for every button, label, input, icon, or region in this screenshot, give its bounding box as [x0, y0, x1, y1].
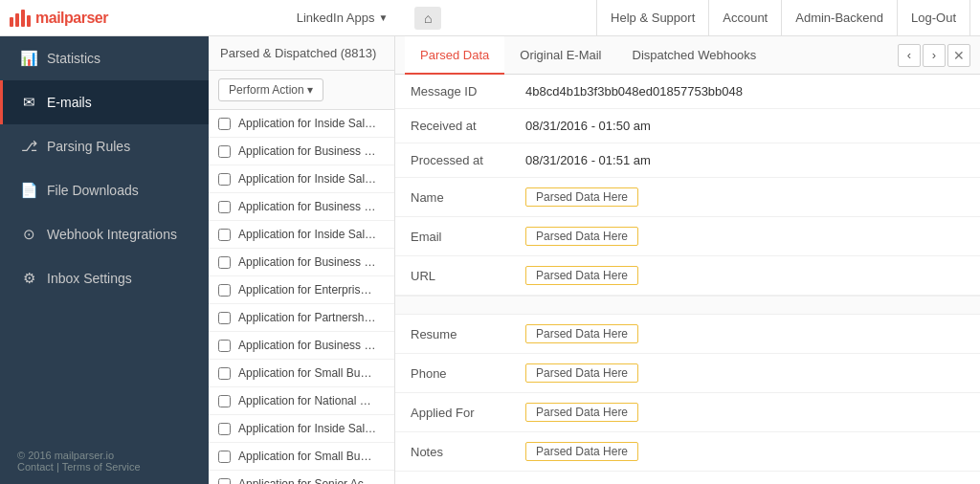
sidebar-item-label: Parsing Rules	[47, 139, 130, 154]
home-button[interactable]: ⌂	[414, 7, 441, 30]
email-subject: Application for Inside Sales fro...	[238, 228, 377, 241]
email-checkbox[interactable]	[218, 367, 231, 380]
sidebar-item-label: File Downloads	[47, 183, 139, 198]
email-checkbox[interactable]	[218, 340, 231, 352]
field-value: Parsed Data Here	[510, 315, 980, 354]
sidebar-item-inbox-settings[interactable]: ⚙ Inbox Settings	[0, 256, 209, 300]
email-checkbox[interactable]	[218, 423, 231, 435]
logo-text: mailparser	[35, 10, 108, 27]
help-support-link[interactable]: Help & Support	[596, 0, 708, 36]
logo: mailparser	[10, 10, 134, 27]
detail-tabs: Parsed Data Original E-Mail Dispatched W…	[395, 36, 980, 75]
parsed-data-badge: Parsed Data Here	[525, 363, 638, 383]
sidebar-footer: © 2016 mailparser.io Contact | Terms of …	[0, 438, 209, 484]
list-item[interactable]: Application for Business Deve...	[209, 249, 394, 276]
email-checkbox[interactable]	[218, 312, 231, 324]
field-value: Parsed Data Here	[510, 178, 980, 217]
section-separator	[395, 296, 980, 315]
parsed-data-badge: Parsed Data Here	[525, 403, 638, 422]
next-button[interactable]: ›	[923, 44, 946, 67]
field-label: Processed at	[395, 143, 510, 178]
field-value: 08/31/2016 - 01:50 am	[510, 109, 980, 143]
email-checkbox[interactable]	[218, 478, 231, 485]
parsing-icon: ⎇	[20, 138, 37, 155]
account-link[interactable]: Account	[708, 0, 781, 36]
email-checkbox[interactable]	[218, 229, 231, 241]
tab-original-email[interactable]: Original E-Mail	[504, 36, 616, 75]
list-item[interactable]: Application for Inside Sales fro...	[209, 110, 394, 138]
list-item[interactable]: Application for Partnership Sa...	[209, 304, 394, 332]
table-row: Notes Parsed Data Here	[395, 432, 980, 472]
email-checkbox[interactable]	[218, 201, 231, 213]
sidebar-item-label: Statistics	[47, 51, 100, 66]
sidebar-item-statistics[interactable]: 📊 Statistics	[0, 36, 209, 80]
table-row: Message ID 4b8cd4b1b3f3bb048ed01857753bb…	[395, 75, 980, 109]
list-item[interactable]: Application for Senior Account...	[209, 471, 394, 484]
sidebar-item-emails[interactable]: ✉ E-mails	[0, 80, 209, 124]
parsed-data-badge: Parsed Data Here	[525, 187, 638, 207]
email-subject: Application for Small Business...	[238, 366, 377, 380]
email-subject: Application for Inside Sales fro...	[238, 172, 377, 186]
table-row: Email Parsed Data Here	[395, 217, 980, 256]
file-icon: 📄	[20, 182, 37, 199]
parsed-data-badge: Parsed Data Here	[525, 324, 638, 343]
field-value: Parsed Data Here	[510, 432, 980, 472]
email-checkbox[interactable]	[218, 118, 231, 130]
table-row: Name Parsed Data Here	[395, 178, 980, 217]
email-checkbox[interactable]	[218, 145, 231, 158]
field-label: Message ID	[395, 75, 510, 109]
email-checkbox[interactable]	[218, 173, 231, 186]
parsed-data-table: Message ID 4b8cd4b1b3f3bb048ed01857753bb…	[395, 75, 980, 296]
list-item[interactable]: Application for Business Deve...	[209, 332, 394, 360]
email-subject: Application for Business Deve...	[238, 144, 377, 158]
sidebar-item-file-downloads[interactable]: 📄 File Downloads	[0, 168, 209, 212]
list-item[interactable]: Application for Inside Sales fro...	[209, 165, 394, 193]
terms-link[interactable]: Terms of Service	[62, 461, 141, 473]
admin-backend-link[interactable]: Admin-Backend	[781, 0, 897, 36]
close-icon: ✕	[953, 48, 965, 63]
table-row: URL Parsed Data Here	[395, 256, 980, 296]
list-item[interactable]: Application for Business Deve...	[209, 138, 394, 165]
logout-link[interactable]: Log-Out	[897, 0, 970, 36]
list-item[interactable]: Application for Business Deve...	[209, 193, 394, 221]
contact-link[interactable]: Contact	[17, 461, 54, 473]
email-icon: ✉	[20, 94, 37, 111]
email-checkbox[interactable]	[218, 451, 231, 463]
linkedin-apps-dropdown[interactable]: LinkedIn Apps ▼	[289, 0, 396, 36]
email-checkbox[interactable]	[218, 395, 231, 407]
field-value: 08/31/2016 - 01:51 am	[510, 143, 980, 178]
table-row: Received at 08/31/2016 - 01:50 am	[395, 109, 980, 143]
email-subject: Application for Inside Sales fro...	[238, 117, 377, 130]
field-value: Parsed Data Here	[510, 393, 980, 432]
list-item[interactable]: Application for Small Business...	[209, 360, 394, 387]
prev-button[interactable]: ‹	[898, 44, 921, 67]
logo-icon	[10, 10, 31, 27]
email-checkbox[interactable]	[218, 284, 231, 297]
field-value: Parsed Data Here	[510, 217, 980, 256]
field-value: 4b8cd4b1b3f3bb048ed01857753bb048	[510, 75, 980, 109]
close-button[interactable]: ✕	[947, 44, 970, 67]
tab-parsed-data[interactable]: Parsed Data	[405, 36, 504, 75]
list-item[interactable]: Application for Enterprise Acc...	[209, 276, 394, 304]
email-subject: Application for Senior Account...	[238, 477, 377, 484]
list-item[interactable]: Application for Inside Sales fro...	[209, 221, 394, 249]
sidebar-item-webhook-integrations[interactable]: ⊙ Webhook Integrations	[0, 212, 209, 256]
perform-action-button[interactable]: Perform Action ▾	[218, 78, 323, 101]
email-list-items: Application for Inside Sales fro... Appl…	[209, 110, 394, 484]
list-item[interactable]: Application for Inside Sales fro...	[209, 415, 394, 443]
parsed-data-badge: Parsed Data Here	[525, 266, 638, 285]
field-label: Applied For	[395, 393, 510, 432]
table-row: Applied For Parsed Data Here	[395, 393, 980, 432]
tab-dispatched-webhooks[interactable]: Dispatched Webhooks	[617, 36, 772, 75]
email-subject: Application for Partnership Sa...	[238, 311, 377, 324]
email-subject: Application for Business Deve...	[238, 255, 377, 269]
settings-icon: ⚙	[20, 270, 37, 287]
list-item[interactable]: Application for National Sales ...	[209, 387, 394, 415]
email-checkbox[interactable]	[218, 256, 231, 269]
sidebar-item-parsing-rules[interactable]: ⎇ Parsing Rules	[0, 124, 209, 168]
list-item[interactable]: Application for Small Business...	[209, 443, 394, 471]
home-icon: ⌂	[424, 11, 432, 26]
field-label: Email	[395, 217, 510, 256]
top-nav-center: LinkedIn Apps ▼ ⌂	[134, 0, 596, 36]
table-row: Processed at 08/31/2016 - 01:51 am	[395, 143, 980, 178]
